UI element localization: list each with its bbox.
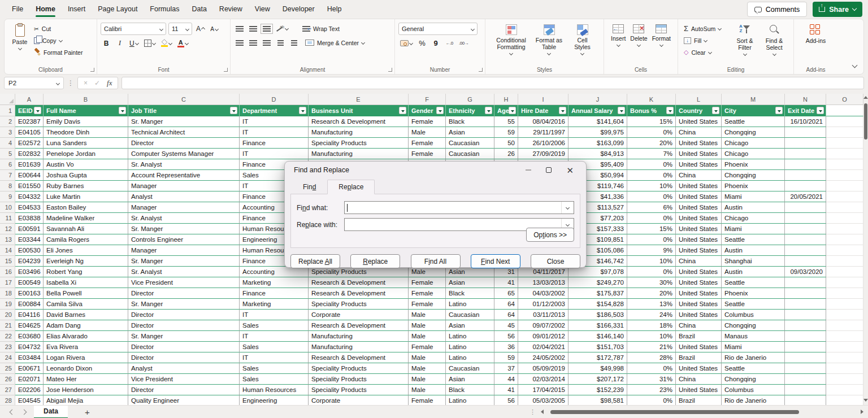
cell-G24[interactable]: Latino xyxy=(446,352,494,363)
cell-L8[interactable]: United States xyxy=(676,181,722,191)
cell-C5[interactable]: Computer Systems Manager xyxy=(128,149,240,159)
cell-K17[interactable]: 30% xyxy=(627,277,676,288)
cell-O22[interactable] xyxy=(826,331,863,342)
scroll-up-arrow[interactable] xyxy=(863,96,868,99)
cell-G19[interactable]: Latino xyxy=(446,299,494,310)
share-button[interactable]: Share xyxy=(813,2,862,17)
conditional-formatting-button[interactable]: Conditional Formatting xyxy=(492,23,531,56)
cell-M11[interactable]: Chicago xyxy=(722,213,785,224)
fill-button[interactable]: Fill xyxy=(682,34,730,46)
increase-indent-button[interactable] xyxy=(288,37,300,49)
horizontal-scroll-thumb[interactable] xyxy=(550,410,799,414)
cell-M27[interactable]: Columbus xyxy=(722,385,785,395)
close-button[interactable]: Close xyxy=(531,254,580,268)
cell-A13[interactable]: E03344 xyxy=(15,234,44,245)
comma-style-button[interactable]: 9 xyxy=(430,37,441,49)
align-middle-button[interactable] xyxy=(248,23,259,34)
row-header-8[interactable]: 8 xyxy=(0,181,15,191)
cell-N8[interactable] xyxy=(785,181,826,191)
cell-B21[interactable]: Adam Dang xyxy=(44,320,128,331)
cell-I4[interactable]: 26/10/2006 xyxy=(518,138,568,149)
cell-E4[interactable]: Speciality Products xyxy=(309,138,409,149)
addins-button[interactable]: Add-ins xyxy=(804,23,828,46)
column-header-K[interactable]: K xyxy=(627,94,676,105)
shrink-font-button[interactable]: A xyxy=(209,23,220,35)
cell-B5[interactable]: Penelope Jordan xyxy=(44,149,128,159)
cell-D26[interactable]: Sales xyxy=(240,374,309,385)
cell-K4[interactable]: 20% xyxy=(627,138,676,149)
cell-E17[interactable]: Research & Development xyxy=(309,277,409,288)
cell-L9[interactable]: United States xyxy=(676,191,722,202)
find-all-button[interactable]: Find All xyxy=(411,254,461,268)
cell-I28[interactable]: 05/03/2005 xyxy=(518,395,568,405)
cell-M23[interactable]: Miami xyxy=(722,342,785,352)
cell-H5[interactable]: 26 xyxy=(494,149,518,159)
cell-A2[interactable]: E02387 xyxy=(15,116,44,127)
cell-C18[interactable]: Director xyxy=(128,288,240,299)
cell-H26[interactable]: 44 xyxy=(494,374,518,385)
cell-A6[interactable]: E01639 xyxy=(15,159,44,170)
cell-C4[interactable]: Director xyxy=(128,138,240,149)
cell-M18[interactable]: Phoenix xyxy=(722,288,785,299)
accounting-format-button[interactable] xyxy=(398,37,414,49)
cell-F24[interactable]: Male xyxy=(409,352,446,363)
cell-C24[interactable]: Director xyxy=(128,352,240,363)
cell-N27[interactable] xyxy=(785,385,826,395)
cell-F27[interactable]: Male xyxy=(409,385,446,395)
row-header-24[interactable]: 24 xyxy=(0,352,15,363)
cell-L11[interactable]: United States xyxy=(676,213,722,224)
cell-J24[interactable]: $172,787 xyxy=(568,352,627,363)
cell-O21[interactable] xyxy=(826,320,863,331)
cell-B12[interactable]: Savannah Ali xyxy=(44,224,128,234)
menu-tab-view[interactable]: View xyxy=(249,0,276,19)
column-header-G[interactable]: G xyxy=(446,94,494,105)
collapse-ribbon-button[interactable] xyxy=(853,59,857,69)
percent-style-button[interactable]: % xyxy=(416,37,428,49)
cell-L28[interactable]: Brazil xyxy=(676,395,722,405)
cell-J27[interactable]: $152,239 xyxy=(568,385,627,395)
cell-D28[interactable]: Engineering xyxy=(240,395,309,405)
cell-H2[interactable]: 55 xyxy=(494,116,518,127)
cell-N11[interactable] xyxy=(785,213,826,224)
menu-tab-data[interactable]: Data xyxy=(185,0,212,19)
header-cell-hire-date[interactable]: Hire Date xyxy=(518,105,568,116)
cell-L21[interactable]: China xyxy=(676,320,722,331)
cell-C3[interactable]: Technical Architect xyxy=(128,127,240,138)
cell-O12[interactable] xyxy=(826,224,863,234)
formula-input[interactable] xyxy=(121,77,864,89)
cell-M2[interactable]: Seattle xyxy=(722,116,785,127)
cell-A20[interactable]: E04116 xyxy=(15,310,44,320)
cell-L18[interactable]: United States xyxy=(676,288,722,299)
italic-button[interactable]: I xyxy=(114,37,125,49)
row-header-22[interactable]: 22 xyxy=(0,331,15,342)
cell-F20[interactable]: Male xyxy=(409,310,446,320)
column-header-O[interactable]: O xyxy=(826,94,863,105)
cell-N21[interactable] xyxy=(785,320,826,331)
cell-M19[interactable]: Seattle xyxy=(722,299,785,310)
cell-G3[interactable]: Asian xyxy=(446,127,494,138)
cell-M21[interactable]: Chongqing xyxy=(722,320,785,331)
cell-E26[interactable]: Speciality Products xyxy=(309,374,409,385)
cell-B28[interactable]: Abigail Mejia xyxy=(44,395,128,405)
cell-D27[interactable]: Human Resources xyxy=(240,385,309,395)
cell-L17[interactable]: United States xyxy=(676,277,722,288)
cell-N6[interactable] xyxy=(785,159,826,170)
column-header-D[interactable]: D xyxy=(240,94,309,105)
cell-I22[interactable]: 09/01/2012 xyxy=(518,331,568,342)
cell-B8[interactable]: Ruby Barnes xyxy=(44,181,128,191)
column-header-I[interactable]: I xyxy=(518,94,568,105)
cell-L26[interactable]: China xyxy=(676,374,722,385)
row-header-17[interactable]: 17 xyxy=(0,277,15,288)
bold-button[interactable]: B xyxy=(101,37,112,49)
cell-M9[interactable]: Miami xyxy=(722,191,785,202)
cell-B18[interactable]: Bella Powell xyxy=(44,288,128,299)
cell-G17[interactable]: Asian xyxy=(446,277,494,288)
format-as-table-button[interactable]: Format as Table xyxy=(531,23,567,56)
cell-M3[interactable]: Chongqing xyxy=(722,127,785,138)
column-header-C[interactable]: C xyxy=(128,94,240,105)
row-header-1[interactable]: 1 xyxy=(0,105,15,116)
add-sheet-button[interactable]: + xyxy=(76,407,99,417)
cell-G5[interactable]: Caucasian xyxy=(446,149,494,159)
cell-B22[interactable]: Elias Alvarado xyxy=(44,331,128,342)
column-header-E[interactable]: E xyxy=(309,94,409,105)
